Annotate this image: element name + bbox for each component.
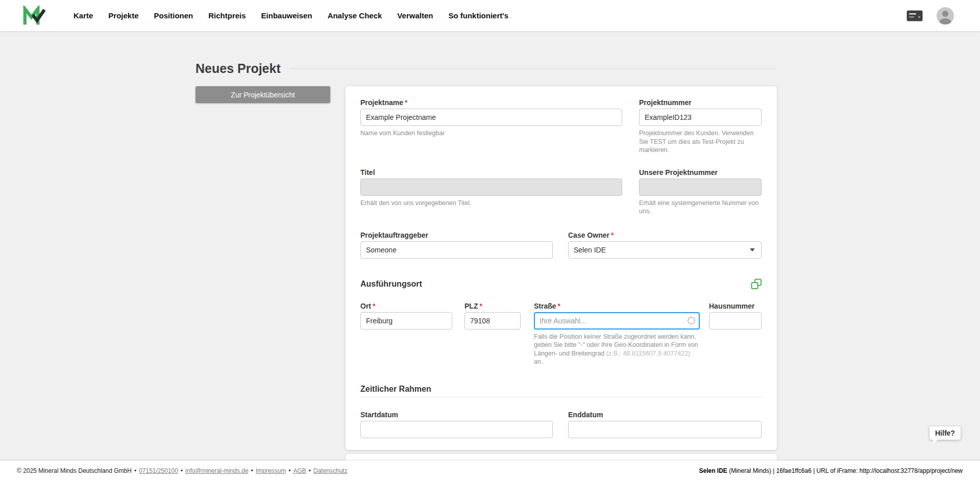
left-column: Zur Projektübersicht <box>195 86 346 103</box>
strasse-label: Straße* <box>534 302 700 310</box>
unsere-projektnummer-helper: Erhält eine systemgenerierte Nummer von … <box>639 199 762 216</box>
projektnummer-helper: Projektnummer des Kunden. Verwenden Sie … <box>639 129 762 155</box>
plz-label-text: PLZ <box>464 302 478 310</box>
footer: © 2025 Mineral Minds Deutschland GmbH•07… <box>0 461 980 481</box>
footer-link-email[interactable]: info@mineral-minds.de <box>185 467 249 474</box>
nav-item-einbauweisen[interactable]: Einbauweisen <box>261 11 312 20</box>
nav-item-analyse-check[interactable]: Analyse Check <box>328 11 382 20</box>
footer-separator: • <box>134 467 136 474</box>
footer-separator: • <box>288 467 290 474</box>
projektnummer-label: Projektnummer <box>639 98 762 107</box>
case-owner-value: Selen IDE <box>574 246 606 254</box>
chevron-down-icon <box>750 248 755 251</box>
brand-logo-icon <box>23 6 45 26</box>
section-divider <box>360 397 762 397</box>
titel-input <box>360 179 622 196</box>
hausnummer-label: Hausnummer <box>709 302 762 310</box>
projektname-helper: Name vom Kunden festlegbar <box>360 129 622 138</box>
nav-item-richtpreis[interactable]: Richtpreis <box>208 11 246 20</box>
required-marker: * <box>479 302 482 310</box>
top-navbar: Karte Projekte Positionen Richtpreis Ein… <box>0 0 980 31</box>
content-columns: Zur Projektübersicht Projektname* Name v… <box>195 86 980 450</box>
projektname-input[interactable] <box>360 109 622 126</box>
required-marker: * <box>558 302 560 310</box>
projektauftraggeber-input[interactable] <box>360 241 553 259</box>
navbar-right <box>906 7 954 24</box>
help-button[interactable]: Hilfe? <box>929 426 961 440</box>
nav-item-so-funktionierts[interactable]: So funktioniert's <box>448 11 508 20</box>
case-owner-select[interactable]: Selen IDE <box>568 241 762 259</box>
server-icon[interactable] <box>906 10 923 21</box>
footer-status-user: Selen IDE <box>699 467 727 474</box>
section-ausfuehrungsort-header: Ausführungsort <box>360 279 762 290</box>
ort-label-text: Ort <box>360 302 371 310</box>
hausnummer-input[interactable] <box>709 312 762 330</box>
strasse-helper-example: (z.B.: 48.8115607,9.4077422) <box>606 350 690 357</box>
footer-left: © 2025 Mineral Minds Deutschland GmbH•07… <box>17 467 348 474</box>
main-nav: Karte Projekte Positionen Richtpreis Ein… <box>74 11 508 20</box>
form-row-address: Ort* PLZ* Straße* Falls die Position kei… <box>360 302 762 366</box>
footer-link-datenschutz[interactable]: Datenschutz <box>313 467 348 474</box>
form-row-titel: Titel Erhält den von uns vorgegebenen Ti… <box>360 168 762 216</box>
section-ausfuehrungsort-title: Ausführungsort <box>360 280 422 289</box>
person-icon <box>937 7 954 24</box>
back-to-projects-button[interactable]: Zur Projektübersicht <box>195 86 330 103</box>
title-divider <box>290 68 777 69</box>
footer-separator: • <box>181 467 183 474</box>
strasse-input[interactable] <box>534 312 700 330</box>
footer-link-phone[interactable]: 07151/250100 <box>139 467 178 474</box>
projektname-label: Projektname* <box>360 98 622 107</box>
form-row-dates: Startdatum Enddatum <box>360 411 762 438</box>
unsere-projektnummer-input <box>639 179 762 196</box>
enddatum-label: Enddatum <box>568 411 762 419</box>
footer-link-impressum[interactable]: Impressum <box>256 467 286 474</box>
footer-status: Selen IDE (Mineral Minds) | 16fae1ffc6a6… <box>699 467 963 474</box>
projektname-label-text: Projektname <box>360 98 403 107</box>
titel-label: Titel <box>360 168 622 176</box>
required-marker: * <box>611 231 614 239</box>
projektnummer-input[interactable] <box>639 109 762 126</box>
required-marker: * <box>405 98 407 107</box>
titel-helper: Erhält den von uns vorgegebenen Titel. <box>360 199 622 208</box>
strasse-input-wrap <box>534 312 700 330</box>
case-owner-label: Case Owner* <box>568 231 762 239</box>
nav-item-karte[interactable]: Karte <box>74 11 93 20</box>
project-form-card: Projektname* Name vom Kunden festlegbar … <box>346 86 777 450</box>
ort-input[interactable] <box>360 312 452 330</box>
strasse-helper: Falls die Position keiner Straße zugeord… <box>534 333 700 366</box>
footer-status-detail: (Mineral Minds) | 16fae1ffc6a6 | URL of … <box>727 467 963 474</box>
strasse-helper-suffix: an. <box>534 358 543 365</box>
required-marker: * <box>373 302 375 310</box>
section-zeitlicher-rahmen-header: Zeitlicher Rahmen <box>360 385 762 397</box>
footer-copyright: © 2025 Mineral Minds Deutschland GmbH <box>17 467 132 474</box>
form-row-auftraggeber-owner: Projektauftraggeber Case Owner* Selen ID… <box>360 231 762 259</box>
enddatum-input[interactable] <box>568 421 762 438</box>
footer-separator: • <box>251 467 253 474</box>
footer-link-agb[interactable]: AGB <box>293 467 306 474</box>
loading-spinner-icon <box>688 317 695 324</box>
startdatum-input[interactable] <box>360 421 553 438</box>
section-zeitlicher-rahmen-title: Zeitlicher Rahmen <box>360 385 762 394</box>
case-owner-label-text: Case Owner <box>568 231 609 239</box>
form-row-name-number: Projektname* Name vom Kunden festlegbar … <box>360 98 762 155</box>
projektauftraggeber-label: Projektauftraggeber <box>360 231 553 239</box>
copy-icon[interactable] <box>751 279 762 290</box>
nav-item-projekte[interactable]: Projekte <box>108 11 138 20</box>
plz-label: PLZ* <box>464 302 521 310</box>
nav-item-positionen[interactable]: Positionen <box>154 11 193 20</box>
page-title: Neues Projekt <box>195 61 281 76</box>
user-avatar[interactable] <box>937 7 954 24</box>
page-header: Neues Projekt <box>195 61 777 76</box>
nav-item-verwalten[interactable]: Verwalten <box>397 11 433 20</box>
plz-input[interactable] <box>464 312 521 330</box>
footer-separator: • <box>309 467 311 474</box>
startdatum-label: Startdatum <box>360 411 553 419</box>
ort-label: Ort* <box>360 302 452 310</box>
unsere-projektnummer-label: Unsere Projektnummer <box>639 168 762 176</box>
brand-logo[interactable] <box>23 5 45 27</box>
strasse-label-text: Straße <box>534 302 556 310</box>
